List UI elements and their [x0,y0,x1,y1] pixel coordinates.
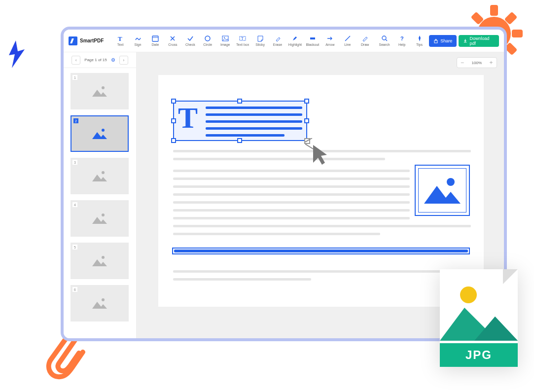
tool-text[interactable]: T Text [112,35,128,46]
share-icon [433,38,438,43]
svg-point-13 [205,36,210,41]
page-view[interactable]: T [158,75,484,307]
pager: ‹ Page 1 of 15 ⚙ › [64,52,136,68]
thumbnail-list[interactable]: 123456 [64,68,136,338]
tool-search[interactable]: Search [377,35,392,46]
thumbnail-placeholder-icon [91,297,108,310]
lightning-icon [5,39,30,69]
help-icon: ? [398,35,405,42]
tool-help[interactable]: ? Help [394,35,409,46]
text-icon: T [117,35,124,42]
sidebar: ‹ Page 1 of 15 ⚙ › 123456 [64,52,137,338]
zoom-value: 100% [468,61,486,65]
thumbnail[interactable]: 6 [71,285,129,321]
brand-name: SmartPDF [80,38,104,43]
tool-image[interactable]: Image [217,35,233,46]
tool-sticky[interactable]: Sticky [252,35,268,46]
erase-icon [274,35,281,42]
calendar-icon [152,35,159,42]
svg-line-21 [386,39,387,41]
draw-icon [361,35,368,42]
svg-point-26 [102,171,105,174]
brand[interactable]: SmartPDF [69,36,104,45]
svg-point-28 [102,256,105,259]
circle-icon [204,35,211,42]
page-number: 2 [73,118,78,123]
zoom-control: − 100% + [457,57,497,68]
svg-point-29 [102,298,105,301]
tool-arrow[interactable]: Arrow [322,35,338,46]
thumbnail-placeholder-icon [91,127,108,140]
thumbnail[interactable]: 2 [71,115,129,152]
image-icon [222,35,229,42]
tips-icon [416,35,423,42]
thumbnail[interactable]: 4 [71,200,129,237]
svg-point-15 [224,37,225,38]
download-icon [463,38,467,43]
svg-line-31 [305,138,312,142]
tool-check[interactable]: Check [182,35,198,46]
thumbnail[interactable]: 5 [71,243,129,279]
thumbnail-placeholder-icon [91,254,108,267]
jpg-label: JPG [440,343,518,367]
tool-tips[interactable]: Tips [412,35,427,46]
thumbnail[interactable]: 3 [71,158,129,194]
tool-cross[interactable]: Cross [165,35,180,46]
svg-rect-4 [512,30,523,37]
page-next-button[interactable]: › [119,56,128,65]
svg-rect-11 [152,36,158,41]
tool-date[interactable]: Date [147,35,163,46]
arrow-icon [326,35,333,42]
resize-handle[interactable] [171,138,176,143]
text-selection[interactable]: T [173,101,307,141]
tool-textbox[interactable]: T Text box [235,35,250,46]
resize-handle[interactable] [171,118,176,123]
svg-text:?: ? [400,36,404,41]
resize-handle[interactable] [304,99,309,104]
tool-erase[interactable]: Erase [270,35,285,46]
svg-point-20 [382,36,386,40]
svg-text:T: T [118,35,122,42]
cross-icon [169,35,176,42]
cursor-icon [305,138,330,168]
tool-blackout[interactable]: Blackout [305,35,320,46]
textbox-icon: T [239,35,246,42]
highlight-icon [291,35,298,42]
line-icon [344,35,351,42]
image-placeholder[interactable] [415,165,470,216]
resize-handle[interactable] [171,99,176,104]
gear-icon[interactable]: ⚙ [111,57,115,63]
drop-cap: T [178,105,198,131]
svg-point-25 [102,129,105,132]
resize-handle[interactable] [237,138,242,143]
tool-line[interactable]: Line [340,35,355,46]
zoom-in-button[interactable]: + [486,59,497,66]
svg-rect-1 [490,5,498,16]
brand-icon [69,36,77,45]
sign-icon [135,35,142,42]
tool-sign[interactable]: Sign [130,35,145,46]
svg-line-32 [305,144,313,149]
svg-point-24 [102,86,105,89]
resize-handle[interactable] [304,118,309,123]
page-number: 5 [72,245,77,249]
selected-line[interactable] [172,248,470,254]
check-icon [187,35,194,42]
mountain-icon [420,173,464,208]
sticky-icon [257,35,264,42]
svg-text:T: T [241,36,244,41]
download-button[interactable]: Download pdf [459,35,499,47]
thumbnail-placeholder-icon [91,212,108,225]
tool-highlight[interactable]: Highlight [287,35,303,46]
zoom-out-button[interactable]: − [457,59,468,66]
toolbar: SmartPDF T Text Sign Date Cross Check Ci… [64,30,504,52]
resize-handle[interactable] [237,99,242,104]
tool-circle[interactable]: Circle [200,35,215,46]
share-button[interactable]: Share [429,35,457,47]
thumbnail[interactable]: 1 [71,73,129,109]
svg-line-19 [345,36,350,41]
blackout-icon [309,35,316,42]
page-prev-button[interactable]: ‹ [71,56,80,65]
search-icon [381,35,388,42]
tool-draw[interactable]: Draw [357,35,372,46]
